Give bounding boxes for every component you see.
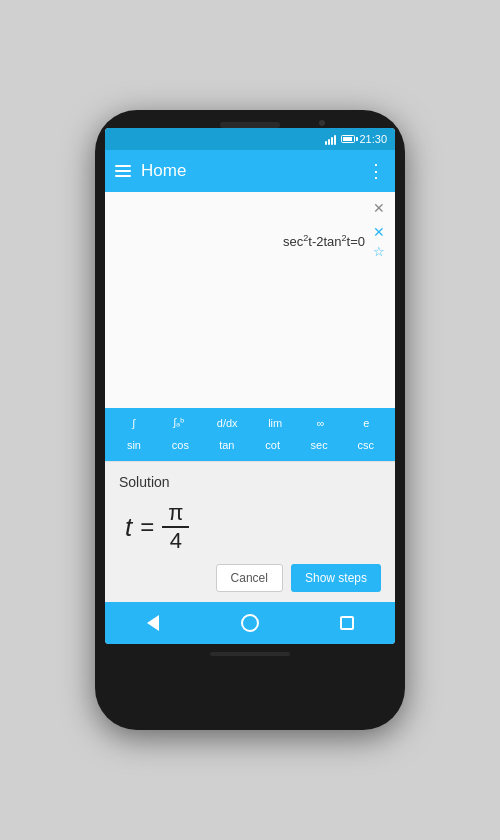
- key-definite-integral[interactable]: ∫ₐᵇ: [165, 412, 193, 433]
- keyboard-row-1: ∫ ∫ₐᵇ d/dx lim ∞ e: [111, 412, 389, 433]
- app-title: Home: [141, 161, 367, 181]
- row-actions: ✕ ☆: [373, 224, 385, 259]
- equation-text: sec2t-2tan2t=0: [115, 233, 365, 249]
- clear-all-row: ✕: [115, 200, 385, 216]
- recent-square-icon: [340, 616, 354, 630]
- math-keyboard: ∫ ∫ₐᵇ d/dx lim ∞ e sin cos tan cot sec c…: [105, 408, 395, 461]
- signal-bar-4: [334, 135, 336, 145]
- equation-row: sec2t-2tan2t=0 ✕ ☆: [115, 220, 385, 263]
- status-bar: 21:30: [105, 128, 395, 150]
- cancel-button[interactable]: Cancel: [216, 564, 283, 592]
- home-circle-icon: [241, 614, 259, 632]
- key-sin[interactable]: sin: [120, 435, 148, 455]
- home-button[interactable]: [234, 607, 266, 639]
- delete-equation-icon[interactable]: ✕: [373, 224, 385, 240]
- show-steps-button[interactable]: Show steps: [291, 564, 381, 592]
- phone-speaker: [230, 123, 270, 127]
- fraction-numerator: π: [162, 502, 189, 524]
- signal-bar-3: [331, 137, 333, 145]
- key-cos[interactable]: cos: [166, 435, 195, 455]
- status-icons: [325, 133, 355, 145]
- battery-fill: [343, 137, 352, 141]
- recent-apps-button[interactable]: [331, 607, 363, 639]
- battery-icon: [341, 135, 355, 143]
- phone-bottom-bar: [210, 652, 290, 656]
- key-cot[interactable]: cot: [259, 435, 287, 455]
- solution-math: t = π 4: [119, 498, 381, 564]
- signal-bar-1: [325, 141, 327, 145]
- back-button[interactable]: [137, 607, 169, 639]
- phone-camera: [319, 120, 325, 126]
- hamburger-menu-icon[interactable]: [115, 165, 131, 177]
- key-sec[interactable]: sec: [305, 435, 334, 455]
- key-limit[interactable]: lim: [261, 412, 289, 433]
- signal-bar-2: [328, 139, 330, 145]
- key-infinity[interactable]: ∞: [307, 412, 335, 433]
- app-bar: Home ⋮: [105, 150, 395, 192]
- solution-buttons: Cancel Show steps: [119, 564, 381, 592]
- fraction-denominator: 4: [164, 530, 188, 552]
- status-time: 21:30: [359, 133, 387, 145]
- solution-fraction: π 4: [162, 502, 189, 552]
- phone-frame: 21:30 Home ⋮ ✕ sec2t-2tan2t=0: [95, 110, 405, 730]
- key-tan[interactable]: tan: [213, 435, 241, 455]
- phone-screen: 21:30 Home ⋮ ✕ sec2t-2tan2t=0: [105, 128, 395, 644]
- favorite-icon[interactable]: ☆: [373, 244, 385, 259]
- clear-all-icon[interactable]: ✕: [373, 200, 385, 216]
- solution-panel: Solution t = π 4 Cancel Show steps: [105, 461, 395, 602]
- back-triangle-icon: [147, 615, 159, 631]
- signal-bars: [325, 133, 336, 145]
- more-options-icon[interactable]: ⋮: [367, 160, 385, 182]
- solution-label: Solution: [119, 474, 381, 490]
- key-derivative[interactable]: d/dx: [211, 412, 244, 433]
- solution-variable: t: [125, 512, 132, 543]
- solution-equals: =: [140, 513, 154, 541]
- equation-area: ✕ sec2t-2tan2t=0 ✕ ☆: [105, 192, 395, 408]
- key-integral[interactable]: ∫: [120, 412, 148, 433]
- key-euler[interactable]: e: [352, 412, 380, 433]
- content-area: ✕ sec2t-2tan2t=0 ✕ ☆ ∫ ∫ₐᵇ d/dx: [105, 192, 395, 602]
- key-csc[interactable]: csc: [352, 435, 381, 455]
- nav-bar: [105, 602, 395, 644]
- keyboard-row-2: sin cos tan cot sec csc: [111, 435, 389, 455]
